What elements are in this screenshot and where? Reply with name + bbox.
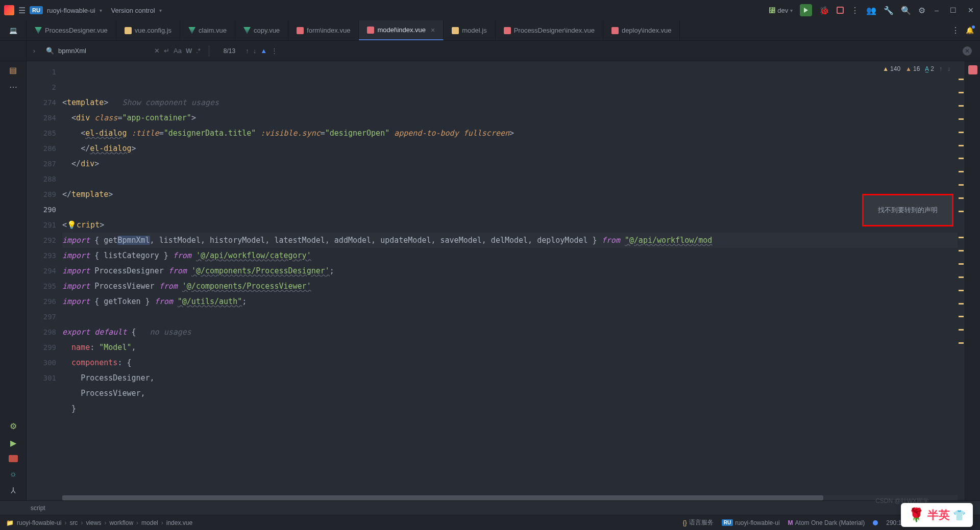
code-line[interactable]: import ProcessViewer from '@/components/… [62,279,965,294]
code-text-area[interactable]: <template> Show component usages <div cl… [62,61,965,500]
tab-claim-vue[interactable]: claim.vue [180,20,235,40]
more-vertical-icon[interactable]: ⋮ [271,47,278,55]
next-match-icon[interactable]: ↓ [253,47,257,55]
arrow-down-icon[interactable]: ↓ [947,65,950,72]
tab-model-js[interactable]: model.js [444,20,495,40]
tab-ProcessDesigner-vue[interactable]: ProcessDesigner.vue [27,20,116,40]
code-with-me-icon[interactable]: 👥 [866,6,876,15]
code-line[interactable]: import { getBpmnXml, listModel, historyM… [62,233,965,248]
clear-search-icon[interactable]: ✕ [154,47,160,55]
breadcrumb-item[interactable]: index.vue [166,519,192,526]
gear-icon[interactable]: ⚙ [10,421,17,431]
arrow-up-icon[interactable]: ↑ [939,65,942,72]
code-line[interactable]: ProcessViewer, [62,386,965,401]
horizontal-scrollbar[interactable] [62,495,958,500]
code-line[interactable]: import { listCategory } from '@/api/work… [62,248,965,263]
line-number-gutter[interactable]: 1227428428528628728828929029129229329429… [27,61,62,500]
breadcrumb-item[interactable]: src [69,519,78,526]
minimize-icon[interactable]: – [933,4,941,16]
lang-service-status[interactable]: {}语言服务 [683,518,714,527]
tab-label: ProcessDesigner.vue [45,27,108,34]
notifications-icon[interactable]: 🔔 [966,27,974,34]
project-tool-button[interactable]: 💻 [0,20,27,40]
project-status[interactable]: RUruoyi-flowable-ui [722,519,780,526]
code-line[interactable] [62,202,965,217]
tab-copy-vue[interactable]: copy.vue [235,20,288,40]
settings-icon[interactable]: ⚙ [918,6,925,15]
code-line[interactable]: <el-dialog :title="designerData.title" :… [62,125,965,141]
terminal-icon[interactable] [9,455,18,462]
breadcrumb-item[interactable]: views [86,519,101,526]
run-tool-icon[interactable]: ▶ [10,438,16,448]
tab-deploy-index-vue[interactable]: deploy\index.vue [603,20,680,40]
prev-match-icon[interactable]: ↑ [246,47,249,55]
find-input[interactable] [58,47,150,55]
find-bar: › 🔍 ✕ ↵ Aa W .* 8/13 ↑ ↓ ▲ ⋮ ✕ [0,41,980,61]
error-stripe[interactable] [958,61,965,500]
close-find-icon[interactable]: ✕ [963,46,972,56]
tab-ProcessDesigner-index-vue[interactable]: ProcessDesigner\index.vue [496,20,603,40]
version-control-label[interactable]: Version control [111,7,155,14]
code-line[interactable]: </template> [62,187,965,202]
tooltip-text: 找不到要转到的声明 [878,206,938,214]
code-line[interactable]: import { getToken } from "@/utils/auth"; [62,294,965,309]
code-line[interactable]: <div class="app-container"> [62,110,965,125]
code-line[interactable] [62,309,965,324]
more-vertical-icon[interactable]: ⋮ [851,6,859,15]
status-dot-icon[interactable] [873,520,878,525]
problems-icon[interactable]: ☼ [9,469,17,478]
close-tab-icon[interactable]: × [431,26,435,34]
tab-vue-config-js[interactable]: vue.config.js [116,20,180,40]
code-line[interactable]: ProcessDesigner, [62,370,965,386]
editor-tabs-row: 💻 ProcessDesigner.vuevue.config.jsclaim.… [0,20,980,41]
code-line[interactable]: </div> [62,156,965,171]
theme-status[interactable]: MAtom One Dark (Material) [788,519,865,526]
regex-toggle[interactable]: .* [196,47,201,55]
code-line[interactable]: <💡cript> [62,217,965,233]
hamburger-icon[interactable]: ☰ [18,6,26,15]
more-horizontal-icon[interactable]: ⋯ [9,82,17,92]
chevron-down-icon[interactable]: ▾ [159,8,162,13]
code-line[interactable]: <template> Show component usages [62,95,965,110]
search-icon[interactable]: 🔍 [901,6,911,15]
git-branch-chip[interactable]: ⃴ dev ▾ [769,7,793,14]
scrollbar-thumb[interactable] [62,495,823,500]
code-line[interactable]: export default { no usages [62,324,965,340]
code-line[interactable]: import ProcessDesigner from '@/component… [62,263,965,279]
newline-icon[interactable]: ↵ [164,47,169,55]
match-case-toggle[interactable]: Aa [174,47,182,55]
debug-icon[interactable]: 🐞 [819,6,829,15]
whole-word-toggle[interactable]: W [186,47,192,55]
git-icon[interactable]: ⅄ [11,486,16,495]
editor-body: ▤ ⋯ ⚙ ▶ ☼ ⅄ ▲140 ▲16 A̲2 ↑ ↓ 12274284285… [0,61,980,500]
ide-logo-icon[interactable] [4,5,14,15]
maximize-icon[interactable]: ☐ [948,4,959,16]
database-tool-icon[interactable] [968,65,977,74]
file-type-icon [504,27,511,34]
inspections-widget[interactable]: ▲140 ▲16 A̲2 ↑ ↓ [883,65,950,72]
structure-icon[interactable]: ▤ [9,65,17,75]
breadcrumb-item[interactable]: ruoyi-flowable-ui [17,519,61,526]
editor[interactable]: ▲140 ▲16 A̲2 ↑ ↓ 12274284285286287288289… [27,61,965,500]
chevron-down-icon[interactable]: ▾ [100,8,102,13]
more-vertical-icon[interactable]: ⋮ [951,26,960,35]
code-line[interactable]: </el-dialog> [62,141,965,156]
tab-model-index-vue[interactable]: model\index.vue× [359,20,444,40]
breadcrumb-item[interactable]: model [141,519,158,526]
stop-icon[interactable] [837,7,844,14]
tools-icon[interactable]: 🔧 [884,6,894,15]
breadcrumb[interactable]: 📁ruoyi-flowable-ui › src › views › workf… [6,519,683,526]
tab-form-index-vue[interactable]: form\index.vue [288,20,359,40]
code-line[interactable]: } [62,401,965,416]
run-button[interactable] [800,4,812,16]
code-line[interactable]: name: "Model", [62,340,965,355]
filter-icon[interactable]: ▲ [260,47,267,55]
file-type-icon [188,27,195,34]
close-icon[interactable]: ✕ [966,4,976,16]
breadcrumb-item[interactable]: workflow [109,519,133,526]
find-collapse-toggle[interactable]: › [27,47,42,55]
project-name[interactable]: ruoyi-flowable-ui [47,7,95,14]
code-line[interactable] [62,171,965,187]
code-line[interactable]: components: { [62,355,965,370]
tab-label: model\index.vue [377,26,426,34]
